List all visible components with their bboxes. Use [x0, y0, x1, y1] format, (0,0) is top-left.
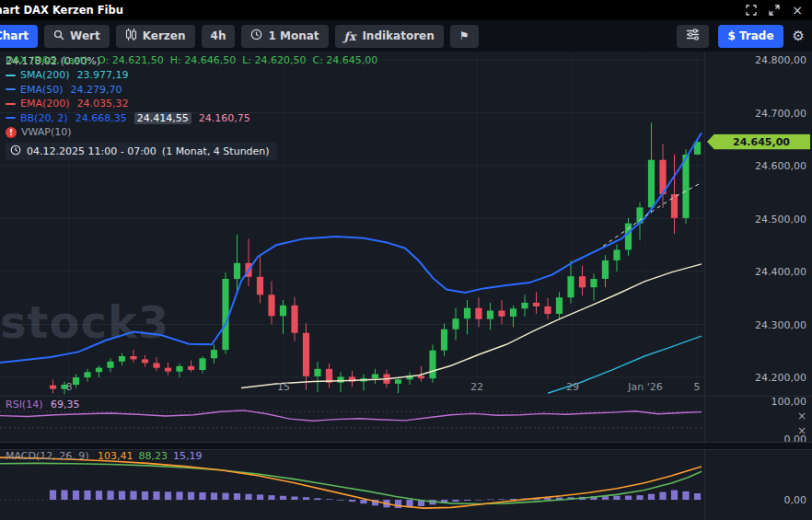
indicator-line-swatch — [6, 75, 16, 76]
range-label: 1 Monat — [268, 29, 319, 42]
indicator-line-swatch — [6, 117, 16, 119]
time-axis-label: 29 — [566, 381, 579, 393]
crosshair-timeframe: (1 Monat, 4 Stunden) — [162, 145, 270, 157]
crosshair-datetime: 04.12.2025 11:00 - 07:00 — [27, 145, 157, 157]
flag-icon: ⚑ — [459, 29, 470, 42]
macd-name: MACD(12, 26, 9) — [6, 450, 89, 462]
indicators-label: Indikatoren — [362, 29, 434, 42]
chart-type-button[interactable]: Chart — [0, 25, 38, 48]
price-axis-label: 24.700,00 — [755, 107, 806, 119]
symbol-readout-row: 24.178,02 (0.00%) DAX (D&S, Last): O: 24… — [6, 54, 277, 68]
indicator-name: SMA(200) — [20, 69, 70, 81]
indicators-button[interactable]: ƒx Indikatoren — [335, 25, 444, 48]
rsi-axis-max: 100,00 — [771, 396, 807, 408]
price-axis-label: 24.300,00 — [755, 318, 806, 330]
titlebar-icons: × — [746, 4, 812, 17]
indicator-line-swatch — [6, 103, 16, 105]
indicator-name: EMA(50) — [20, 84, 64, 96]
rsi-name: RSI(14) — [6, 399, 42, 410]
price-axis-label: 24.800,00 — [755, 54, 806, 66]
candle-style-button[interactable]: Kerzen — [116, 25, 195, 48]
chart-title: Chart DAX Kerzen Fibu — [0, 4, 123, 17]
price-axis-label: 24.500,00 — [755, 213, 806, 225]
pane-separator[interactable] — [0, 442, 812, 450]
time-axis-label: 15 — [277, 381, 290, 393]
macd-value: 15,19 — [173, 450, 203, 462]
indicator-value: 23.977,19 — [77, 69, 129, 81]
indicator-line-swatch — [6, 88, 16, 90]
expand-icon[interactable] — [769, 5, 780, 16]
trade-button[interactable]: $ Trade — [718, 25, 783, 48]
price-axis-label: 24.400,00 — [755, 266, 806, 278]
legend-indicator-row[interactable]: EMA(200)24.035,32 — [6, 97, 277, 111]
indicator-name: EMA(200) — [20, 98, 70, 110]
candlestick-icon — [125, 28, 137, 44]
indicator-value: 24.035,32 — [77, 98, 129, 110]
close-rsi-pane-icon[interactable]: × — [797, 410, 806, 422]
symbol-search-button[interactable]: Wert — [44, 25, 110, 48]
macd-value: 103,41 — [98, 450, 133, 462]
crosshair-time-chip: 04.12.2025 11:00 - 07:00 (1 Monat, 4 Stu… — [6, 143, 277, 160]
indicator-value: 24.414,55 — [134, 112, 191, 124]
fx-icon: ƒx — [344, 29, 356, 43]
trading-chart-app: Chart DAX Kerzen Fibu × Chart Wert Kerze… — [0, 0, 812, 520]
rsi-legend[interactable]: RSI(14) 69,35 — [6, 399, 79, 410]
time-axis-label: 8 — [66, 381, 73, 393]
last-price-value: 24.645,00 — [733, 136, 790, 148]
price-axis-label: 24.600,00 — [755, 160, 806, 172]
bb-upper-line — [0, 133, 702, 363]
close-indicator-icon[interactable]: × — [797, 425, 806, 436]
warning-icon: ! — [6, 127, 17, 138]
ohlc-readout: DAX (D&S, Last): O: 24.621,50 H: 24.646,… — [6, 54, 377, 66]
time-axis-label: 22 — [470, 381, 483, 393]
interval-button[interactable]: 4h — [202, 25, 236, 48]
search-icon — [53, 29, 64, 43]
candlestick-series — [50, 122, 701, 394]
toolbar-right-group: $ Trade ⚙ — [677, 25, 812, 48]
rsi-value: 69,35 — [51, 399, 80, 410]
clock-icon — [10, 144, 21, 158]
price-axis-label: 24.200,00 — [755, 372, 806, 384]
indicator-value: 24.668,35 — [75, 112, 127, 124]
candle-style-label: Kerzen — [143, 29, 186, 42]
indicator-value: 24.160,75 — [199, 112, 250, 124]
clock-icon — [250, 29, 262, 43]
indicator-name: BB(20, 2) — [20, 112, 68, 124]
tune-button[interactable] — [677, 25, 709, 48]
indicator-name: VWAP(10) — [21, 126, 72, 138]
pane-separator[interactable] — [0, 396, 812, 397]
legend-indicator-row[interactable]: BB(20, 2)24.668,3524.414,5524.160,75 — [6, 111, 277, 126]
chart-toolbar: Chart Wert Kerzen 4h 1 Monat ƒx Indikato… — [0, 20, 812, 52]
macd-value: 88,23 — [139, 450, 168, 462]
macd-values: 103,4188,2315,19 — [92, 450, 203, 462]
window-titlebar: Chart DAX Kerzen Fibu × — [0, 0, 812, 20]
symbol-search-label: Wert — [70, 29, 100, 42]
indicator-value: 24.279,70 — [71, 84, 122, 96]
bookmark-button[interactable]: ⚑ — [450, 25, 479, 48]
time-axis-label: Jan '26 — [628, 381, 662, 393]
legend-indicator-row[interactable]: EMA(50)24.279,70 — [6, 83, 277, 98]
chart-legend: 24.178,02 (0.00%) DAX (D&S, Last): O: 24… — [6, 54, 277, 160]
macd-axis-zero: 0,00 — [784, 494, 807, 506]
legend-indicator-row[interactable]: !VWAP(10) — [6, 125, 277, 140]
range-button[interactable]: 1 Monat — [241, 25, 328, 48]
time-axis-label: 5 — [694, 381, 701, 393]
last-price-tag: 24.645,00 — [707, 134, 810, 150]
time-axis: 8152229Jan '265 — [0, 381, 704, 396]
macd-legend[interactable]: MACD(12, 26, 9) 103,4188,2315,19 — [6, 450, 203, 462]
legend-indicator-row[interactable]: SMA(200)23.977,19 — [6, 68, 277, 83]
close-icon[interactable]: × — [792, 4, 803, 17]
settings-gear-icon[interactable]: ⚙ — [793, 28, 805, 44]
indicator-legend-list: SMA(200)23.977,19EMA(50)24.279,70EMA(200… — [6, 68, 277, 140]
bb-middle-line — [241, 264, 702, 388]
tune-icon — [686, 29, 700, 43]
fullscreen-icon[interactable] — [746, 5, 757, 16]
